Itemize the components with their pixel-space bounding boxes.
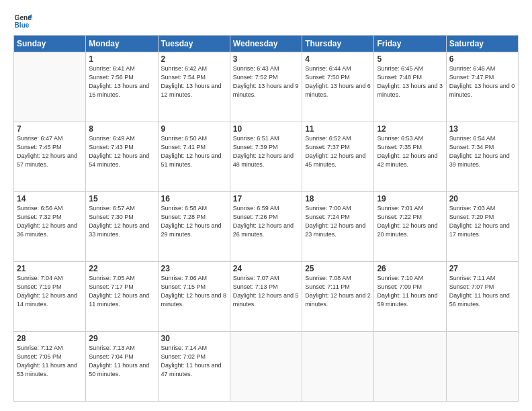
logo-icon: General Blue — [13, 12, 32, 31]
day-info: Sunrise: 6:52 AM Sunset: 7:37 PM Dayligh… — [305, 134, 371, 169]
day-info: Sunrise: 6:50 AM Sunset: 7:41 PM Dayligh… — [161, 134, 227, 169]
calendar-cell: 14Sunrise: 6:56 AM Sunset: 7:32 PM Dayli… — [14, 192, 86, 262]
weekday-header-sunday: Sunday — [14, 36, 86, 52]
calendar-cell: 26Sunrise: 7:10 AM Sunset: 7:09 PM Dayli… — [374, 262, 446, 332]
weekday-header-tuesday: Tuesday — [158, 36, 230, 52]
calendar-cell: 13Sunrise: 6:54 AM Sunset: 7:34 PM Dayli… — [446, 122, 518, 192]
day-info: Sunrise: 6:56 AM Sunset: 7:32 PM Dayligh… — [17, 204, 83, 239]
calendar-cell: 4Sunrise: 6:44 AM Sunset: 7:50 PM Daylig… — [302, 52, 374, 122]
calendar-cell: 20Sunrise: 7:03 AM Sunset: 7:20 PM Dayli… — [446, 192, 518, 262]
day-number: 7 — [17, 124, 83, 134]
day-number: 22 — [89, 264, 154, 273]
day-number: 6 — [449, 54, 515, 64]
calendar-cell: 1Sunrise: 6:41 AM Sunset: 7:56 PM Daylig… — [86, 52, 158, 122]
day-number: 28 — [17, 334, 83, 343]
day-info: Sunrise: 7:03 AM Sunset: 7:20 PM Dayligh… — [449, 204, 515, 239]
calendar-table: SundayMondayTuesdayWednesdayThursdayFrid… — [13, 35, 519, 402]
day-number: 29 — [89, 334, 154, 343]
calendar-cell: 8Sunrise: 6:49 AM Sunset: 7:43 PM Daylig… — [86, 122, 158, 192]
day-number: 17 — [233, 194, 299, 203]
day-info: Sunrise: 7:01 AM Sunset: 7:22 PM Dayligh… — [377, 204, 443, 239]
calendar-header-row: SundayMondayTuesdayWednesdayThursdayFrid… — [14, 36, 519, 52]
day-number: 27 — [449, 264, 515, 273]
logo: General Blue — [13, 12, 32, 31]
calendar-week-4: 21Sunrise: 7:04 AM Sunset: 7:19 PM Dayli… — [14, 262, 519, 332]
calendar-cell: 15Sunrise: 6:57 AM Sunset: 7:30 PM Dayli… — [86, 192, 158, 262]
day-info: Sunrise: 7:08 AM Sunset: 7:11 PM Dayligh… — [305, 274, 371, 309]
day-number: 13 — [449, 124, 515, 134]
day-info: Sunrise: 6:53 AM Sunset: 7:35 PM Dayligh… — [377, 134, 443, 169]
day-info: Sunrise: 7:11 AM Sunset: 7:07 PM Dayligh… — [449, 274, 515, 309]
day-info: Sunrise: 6:47 AM Sunset: 7:45 PM Dayligh… — [17, 134, 83, 169]
day-info: Sunrise: 7:06 AM Sunset: 7:15 PM Dayligh… — [161, 274, 227, 309]
day-info: Sunrise: 6:58 AM Sunset: 7:28 PM Dayligh… — [161, 204, 227, 239]
day-number: 11 — [305, 124, 371, 134]
day-info: Sunrise: 6:44 AM Sunset: 7:50 PM Dayligh… — [305, 64, 371, 99]
day-number: 20 — [449, 194, 515, 203]
calendar-cell: 28Sunrise: 7:12 AM Sunset: 7:05 PM Dayli… — [14, 332, 86, 402]
day-info: Sunrise: 6:41 AM Sunset: 7:56 PM Dayligh… — [89, 64, 154, 99]
day-info: Sunrise: 6:59 AM Sunset: 7:26 PM Dayligh… — [233, 204, 299, 239]
day-number: 12 — [377, 124, 443, 134]
calendar-cell: 3Sunrise: 6:43 AM Sunset: 7:52 PM Daylig… — [230, 52, 302, 122]
calendar-page: General Blue SundayMondayTuesdayWednesda… — [0, 0, 532, 411]
day-number: 18 — [305, 194, 371, 203]
calendar-cell: 6Sunrise: 6:46 AM Sunset: 7:47 PM Daylig… — [446, 52, 518, 122]
calendar-cell: 10Sunrise: 6:51 AM Sunset: 7:39 PM Dayli… — [230, 122, 302, 192]
day-number: 26 — [377, 264, 443, 273]
day-info: Sunrise: 7:12 AM Sunset: 7:05 PM Dayligh… — [17, 344, 83, 379]
day-number: 1 — [89, 54, 154, 64]
calendar-week-3: 14Sunrise: 6:56 AM Sunset: 7:32 PM Dayli… — [14, 192, 519, 262]
calendar-cell: 22Sunrise: 7:05 AM Sunset: 7:17 PM Dayli… — [86, 262, 158, 332]
day-number: 10 — [233, 124, 299, 134]
calendar-cell: 17Sunrise: 6:59 AM Sunset: 7:26 PM Dayli… — [230, 192, 302, 262]
calendar-cell: 16Sunrise: 6:58 AM Sunset: 7:28 PM Dayli… — [158, 192, 230, 262]
calendar-cell — [14, 52, 86, 122]
calendar-cell — [446, 332, 518, 402]
calendar-cell: 25Sunrise: 7:08 AM Sunset: 7:11 PM Dayli… — [302, 262, 374, 332]
calendar-cell: 12Sunrise: 6:53 AM Sunset: 7:35 PM Dayli… — [374, 122, 446, 192]
day-number: 24 — [233, 264, 299, 273]
day-info: Sunrise: 7:10 AM Sunset: 7:09 PM Dayligh… — [377, 274, 443, 309]
day-info: Sunrise: 6:45 AM Sunset: 7:48 PM Dayligh… — [377, 64, 443, 99]
day-number: 4 — [305, 54, 371, 64]
svg-text:Blue: Blue — [15, 21, 30, 29]
day-info: Sunrise: 7:07 AM Sunset: 7:13 PM Dayligh… — [233, 274, 299, 309]
day-number: 25 — [305, 264, 371, 273]
day-number: 3 — [233, 54, 299, 64]
calendar-cell: 29Sunrise: 7:13 AM Sunset: 7:04 PM Dayli… — [86, 332, 158, 402]
day-number: 9 — [161, 124, 227, 134]
calendar-cell — [302, 332, 374, 402]
day-info: Sunrise: 6:49 AM Sunset: 7:43 PM Dayligh… — [89, 134, 154, 169]
calendar-cell: 7Sunrise: 6:47 AM Sunset: 7:45 PM Daylig… — [14, 122, 86, 192]
calendar-cell: 23Sunrise: 7:06 AM Sunset: 7:15 PM Dayli… — [158, 262, 230, 332]
calendar-week-5: 28Sunrise: 7:12 AM Sunset: 7:05 PM Dayli… — [14, 332, 519, 402]
weekday-header-monday: Monday — [86, 36, 158, 52]
day-info: Sunrise: 6:51 AM Sunset: 7:39 PM Dayligh… — [233, 134, 299, 169]
day-info: Sunrise: 7:05 AM Sunset: 7:17 PM Dayligh… — [89, 274, 154, 309]
weekday-header-saturday: Saturday — [446, 36, 518, 52]
day-number: 23 — [161, 264, 227, 273]
calendar-cell: 21Sunrise: 7:04 AM Sunset: 7:19 PM Dayli… — [14, 262, 86, 332]
day-number: 21 — [17, 264, 83, 273]
weekday-header-thursday: Thursday — [302, 36, 374, 52]
calendar-cell: 19Sunrise: 7:01 AM Sunset: 7:22 PM Dayli… — [374, 192, 446, 262]
weekday-header-wednesday: Wednesday — [230, 36, 302, 52]
day-info: Sunrise: 6:43 AM Sunset: 7:52 PM Dayligh… — [233, 64, 299, 99]
day-info: Sunrise: 6:42 AM Sunset: 7:54 PM Dayligh… — [161, 64, 227, 99]
calendar-cell: 18Sunrise: 7:00 AM Sunset: 7:24 PM Dayli… — [302, 192, 374, 262]
calendar-cell: 30Sunrise: 7:14 AM Sunset: 7:02 PM Dayli… — [158, 332, 230, 402]
calendar-cell: 5Sunrise: 6:45 AM Sunset: 7:48 PM Daylig… — [374, 52, 446, 122]
weekday-header-friday: Friday — [374, 36, 446, 52]
day-number: 2 — [161, 54, 227, 64]
calendar-cell — [374, 332, 446, 402]
day-number: 16 — [161, 194, 227, 203]
calendar-cell: 24Sunrise: 7:07 AM Sunset: 7:13 PM Dayli… — [230, 262, 302, 332]
day-info: Sunrise: 7:00 AM Sunset: 7:24 PM Dayligh… — [305, 204, 371, 239]
day-number: 5 — [377, 54, 443, 64]
day-info: Sunrise: 6:46 AM Sunset: 7:47 PM Dayligh… — [449, 64, 515, 99]
day-number: 14 — [17, 194, 83, 203]
day-info: Sunrise: 6:54 AM Sunset: 7:34 PM Dayligh… — [449, 134, 515, 169]
day-info: Sunrise: 7:14 AM Sunset: 7:02 PM Dayligh… — [161, 344, 227, 379]
calendar-cell: 27Sunrise: 7:11 AM Sunset: 7:07 PM Dayli… — [446, 262, 518, 332]
